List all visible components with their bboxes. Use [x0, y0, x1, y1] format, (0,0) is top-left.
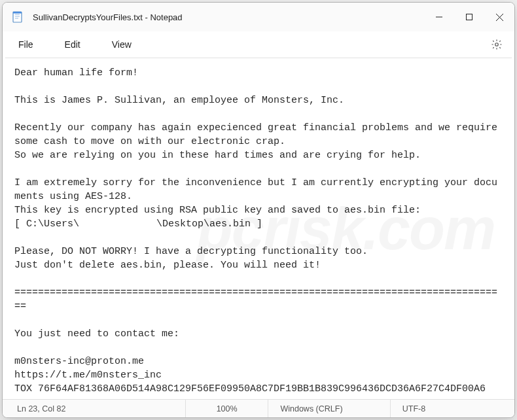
- text-line: You just need to contact me:: [14, 328, 179, 340]
- status-encoding: UTF-8: [391, 400, 512, 417]
- status-zoom[interactable]: 100%: [186, 400, 269, 417]
- statusbar: Ln 23, Col 82 100% Windows (CRLF) UTF-8: [3, 399, 514, 417]
- minimize-button[interactable]: [424, 3, 454, 31]
- text-line: This key is encrypted using RSA public k…: [14, 205, 421, 216]
- text-telegram: https://t.me/m0nsters_inc: [14, 370, 162, 381]
- notepad-icon: [12, 11, 24, 23]
- titlebar: SullivanDecryptsYourFiles.txt - Notepad: [3, 3, 514, 31]
- text-tox: TOX 76F64AF81368A06D514A98C129F56EF09950…: [14, 383, 486, 394]
- status-line-ending: Windows (CRLF): [268, 400, 390, 417]
- notepad-window: SullivanDecryptsYourFiles.txt - Notepad …: [2, 2, 515, 418]
- svg-rect-6: [467, 14, 472, 20]
- text-separator: ========================================…: [14, 287, 497, 312]
- close-button[interactable]: [484, 3, 514, 31]
- menubar: File Edit View: [3, 31, 514, 58]
- maximize-button[interactable]: [454, 3, 484, 31]
- text-line: [ C:\Users\: [14, 219, 79, 230]
- settings-button[interactable]: [486, 33, 508, 56]
- text-line: Recently our company has again expecienc…: [14, 122, 503, 147]
- text-line: Just don't delete aes.bin, please. You w…: [14, 260, 321, 271]
- status-position: Ln 23, Col 82: [5, 400, 186, 417]
- redacted-username: [79, 219, 156, 230]
- text-line: Dear human life form!: [14, 67, 138, 79]
- text-line: I am extremely sorry for the inconvenien…: [14, 177, 497, 202]
- text-line: Please, DO NOT WORRY! I have a decryptin…: [14, 246, 368, 257]
- text-line: This is James P. Sullivan, an employee o…: [14, 95, 344, 106]
- menu-edit[interactable]: Edit: [56, 35, 90, 54]
- svg-rect-4: [13, 12, 22, 14]
- text-line: \Desktop\aes.bin ]: [156, 219, 262, 230]
- window-title: SullivanDecryptsYourFiles.txt - Notepad: [33, 12, 424, 22]
- menu-view[interactable]: View: [103, 35, 141, 54]
- window-controls: [424, 3, 514, 31]
- text-line: So we are relying on you in these hard t…: [14, 150, 421, 161]
- menu-file[interactable]: File: [9, 35, 43, 54]
- text-email: m0nsters-inc@proton.me: [14, 356, 144, 367]
- svg-point-9: [495, 43, 499, 46]
- text-editor[interactable]: pcrisk.comDear human life form! This is …: [3, 58, 514, 399]
